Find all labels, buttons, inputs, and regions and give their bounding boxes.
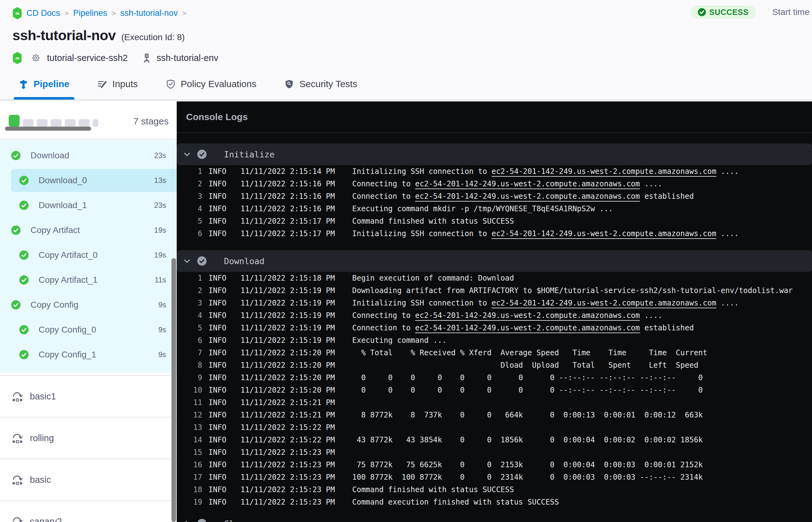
stage-row[interactable]: Download_1 23s — [0, 193, 177, 218]
gear-icon — [31, 53, 41, 63]
log-line: 19 INFO 11/11/2022 2:15:23 PM Command ex… — [177, 496, 812, 508]
log-link[interactable]: ec2-54-201-142-249.us-west-2.compute.ama… — [491, 229, 716, 238]
log-text: Command execution finished with status S… — [352, 498, 559, 506]
stage-duration: 9s — [158, 301, 166, 309]
chevron-right-icon — [183, 520, 191, 522]
log-level: INFO — [208, 299, 227, 307]
log-timestamp: 11/11/2022 2:15:19 PM — [241, 286, 337, 295]
log-timestamp: 11/11/2022 2:15:23 PM — [241, 448, 337, 457]
pipeline-item[interactable]: rolling — [0, 417, 177, 459]
log-link[interactable]: ec2-54-201-142-249.us-west-2.compute.ama… — [415, 192, 640, 201]
log-link[interactable]: ec2-54-201-142-249.us-west-2.compute.ama… — [491, 167, 716, 176]
log-link[interactable]: ec2-54-201-142-249.us-west-2.compute.ama… — [415, 311, 640, 320]
log-text: 75 8772k 75 6625k 0 0 2153k 0 0:00:04 0:… — [352, 460, 703, 469]
stage-row[interactable]: Download 23s — [0, 143, 177, 168]
stage-segment — [37, 119, 47, 127]
breadcrumb-link-pipeline-name[interactable]: ssh-tutorial-nov — [120, 8, 178, 18]
log-line: 6 INFO 11/11/2022 2:15:19 PM Executing c… — [177, 334, 812, 346]
tab-security-tests[interactable]: Security Tests — [279, 68, 362, 100]
log-line-number: 18 — [177, 485, 202, 494]
stage-row[interactable]: Copy Artifact_0 19s — [0, 243, 177, 267]
execution-id: (Execution Id: 8) — [121, 32, 185, 42]
vertical-scrollbar[interactable] — [171, 258, 176, 522]
stage-row[interactable]: Copy Artifact 19s — [0, 218, 177, 243]
log-message: 0 0 0 0 0 0 0 0 --:--:-- --:--:-- --:--:… — [352, 373, 703, 382]
stage-label: Copy Artifact — [31, 225, 80, 235]
environment-name[interactable]: ssh-tutorial-env — [157, 53, 218, 63]
tab-policy-evaluations[interactable]: Policy Evaluations — [161, 68, 261, 100]
log-message: Command execution finished with status S… — [352, 498, 559, 506]
stage-success-icon — [11, 300, 21, 309]
log-section-header[interactable]: Cleanup — [177, 513, 812, 522]
log-text: Connection to — [352, 192, 415, 201]
log-section: Download 1 INFO 11/11/2022 2:15:18 PM Be… — [177, 250, 812, 508]
log-line: 3 INFO 11/11/2022 2:15:19 PM Initializin… — [177, 297, 812, 309]
log-message: Downloading artifact from ARTIFACTORY to… — [352, 286, 793, 295]
title-row: ssh-tutorial-nov (Execution Id: 8) — [13, 27, 185, 43]
stage-segment — [23, 119, 34, 127]
pipeline-item[interactable]: basic1 — [0, 375, 177, 417]
pipeline-item-label: canary2 — [30, 516, 62, 522]
log-line: 4 INFO 11/11/2022 2:15:16 PM Executing c… — [177, 202, 812, 215]
stage-duration: 19s — [154, 251, 166, 259]
log-message: Command finished with status SUCCESS — [352, 485, 514, 494]
policy-shield-check-icon — [166, 79, 176, 89]
log-line: 7 INFO 11/11/2022 2:15:20 PM % Total % R… — [177, 346, 812, 359]
pipeline-item[interactable]: canary2 — [0, 500, 177, 522]
log-link[interactable]: ec2-54-201-142-249.us-west-2.compute.ama… — [415, 180, 640, 188]
log-level: INFO — [208, 286, 227, 295]
log-line: 16 INFO 11/11/2022 2:15:23 PM 75 8772k 7… — [177, 459, 812, 471]
log-level: INFO — [208, 373, 227, 382]
log-level: INFO — [208, 498, 227, 506]
stage-segment — [51, 119, 62, 127]
log-timestamp: 11/11/2022 2:15:16 PM — [241, 192, 337, 201]
stage-row[interactable]: Copy Config_1 9s — [0, 342, 177, 367]
stage-row[interactable]: Copy Config 9s — [0, 293, 177, 317]
top-header: ∞ CD Docs > Pipelines > ssh-tutorial-nov… — [0, 0, 812, 100]
log-line: 12 INFO 11/11/2022 2:15:21 PM 8 8772k 8 … — [177, 409, 812, 421]
stage-segment — [79, 119, 89, 127]
log-link[interactable]: ec2-54-201-142-249.us-west-2.compute.ama… — [491, 299, 716, 307]
log-line-number: 17 — [177, 473, 202, 482]
log-timestamp: 11/11/2022 2:15:20 PM — [241, 373, 337, 382]
breadcrumb-link-cd-docs[interactable]: CD Docs — [26, 8, 60, 18]
page-title: ssh-tutorial-nov — [13, 27, 116, 43]
breadcrumb-link-pipelines[interactable]: Pipelines — [73, 8, 107, 18]
log-line-number: 15 — [177, 448, 202, 457]
log-timestamp: 11/11/2022 2:15:17 PM — [241, 229, 337, 238]
pipeline-item[interactable]: basic — [0, 459, 177, 500]
log-level: INFO — [208, 398, 227, 407]
log-line: 5 INFO 11/11/2022 2:15:17 PM Command fin… — [177, 215, 812, 227]
log-level: INFO — [208, 217, 227, 225]
service-name[interactable]: tutorial-service-ssh2 — [47, 53, 127, 63]
log-level: INFO — [208, 423, 227, 432]
log-timestamp: 11/11/2022 2:15:16 PM — [241, 204, 337, 213]
log-section-header[interactable]: Download — [177, 250, 812, 272]
section-title: Cleanup — [224, 519, 260, 522]
stage-row[interactable]: Download_0 13s — [0, 168, 177, 193]
log-text: 43 8772k 43 3854k 0 0 1856k 0 0:00:04 0:… — [352, 436, 703, 444]
stage-segment-complete — [9, 115, 20, 127]
log-section: Cleanup — [177, 513, 812, 522]
horizontal-scrollbar[interactable] — [5, 127, 91, 130]
stage-duration: 13s — [154, 176, 166, 185]
log-text: .... — [716, 167, 738, 176]
log-timestamp: 11/11/2022 2:15:20 PM — [241, 361, 337, 369]
log-link[interactable]: ec2-54-201-142-249.us-west-2.compute.ama… — [415, 323, 640, 332]
log-level: INFO — [208, 323, 227, 332]
tab-inputs[interactable]: Inputs — [93, 68, 143, 100]
log-line-number: 3 — [177, 299, 202, 307]
stage-row[interactable]: Copy Config_0 9s — [0, 317, 177, 342]
log-line: 1 INFO 11/11/2022 2:15:14 PM Initializin… — [177, 165, 812, 178]
log-line-number: 19 — [177, 498, 202, 506]
tab-pipeline[interactable]: Pipeline — [14, 68, 74, 100]
stage-success-icon — [19, 275, 28, 285]
stage-progress-segments — [9, 115, 98, 127]
stage-row[interactable]: Copy Artifact_1 11s — [0, 267, 177, 293]
section-success-icon — [197, 519, 207, 522]
log-line-number: 2 — [177, 180, 202, 188]
log-text: % Total % Received % Xferd Average Speed… — [352, 348, 708, 357]
log-section-header[interactable]: Initialize — [177, 143, 812, 165]
harness-logo-icon: ∞ — [13, 7, 22, 20]
log-timestamp: 11/11/2022 2:15:22 PM — [241, 436, 337, 444]
